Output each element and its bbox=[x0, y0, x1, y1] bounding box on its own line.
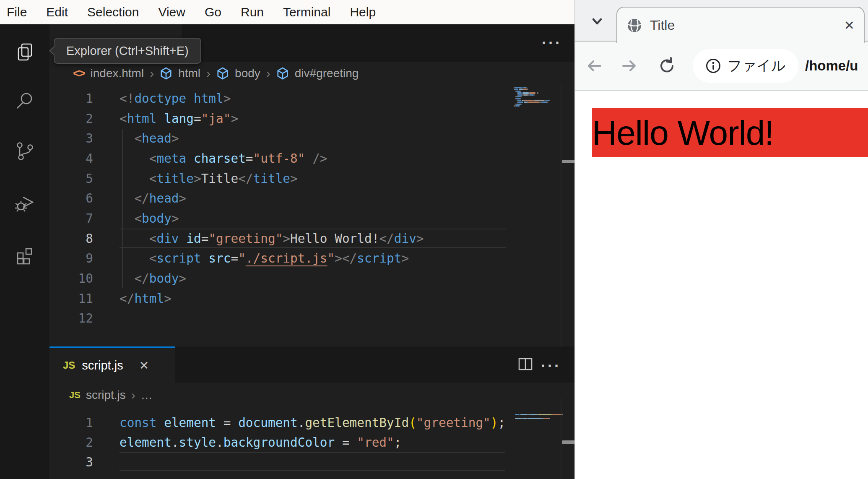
html-code-editor[interactable]: 1<!doctype html>2<html lang="ja">3 <head… bbox=[49, 89, 561, 328]
run-and-debug-icon[interactable] bbox=[15, 193, 35, 213]
chevron-right-icon: › bbox=[150, 66, 154, 81]
info-icon bbox=[705, 58, 721, 74]
editor-actions-more-icon[interactable]: ··· bbox=[542, 34, 562, 52]
menu-view[interactable]: View bbox=[158, 5, 185, 19]
scrollbar-thumb[interactable] bbox=[562, 160, 575, 163]
tab-search-chevron-icon[interactable] bbox=[590, 15, 605, 28]
address-bar-url[interactable]: /home/u bbox=[805, 58, 858, 74]
menu-file[interactable]: File bbox=[7, 5, 27, 19]
chevron-right-icon: › bbox=[206, 66, 211, 81]
tab-script-js[interactable]: JS script.js ✕ bbox=[49, 346, 175, 383]
minimap[interactable] bbox=[514, 86, 561, 109]
greeting-div: Hello World! bbox=[592, 108, 868, 157]
symbol-cube-icon bbox=[216, 67, 229, 80]
editor-scrollbar-track bbox=[561, 85, 561, 346]
editor-actions-more-icon[interactable]: ··· bbox=[541, 357, 561, 375]
search-icon[interactable] bbox=[15, 91, 35, 111]
menu-edit[interactable]: Edit bbox=[46, 5, 68, 19]
browser-tab-strip: Title ✕ bbox=[575, 0, 868, 42]
explorer-tooltip: Explorer (Ctrl+Shift+E) bbox=[54, 38, 201, 64]
menu-go[interactable]: Go bbox=[205, 5, 221, 19]
js-breadcrumb: JS script.js › … bbox=[49, 383, 574, 408]
browser-tab-label: Title bbox=[650, 18, 844, 33]
editor-scrollbar-track bbox=[561, 398, 561, 479]
vscode-menu-bar: File Edit Selection View Go Run Terminal… bbox=[0, 0, 574, 24]
close-tab-icon[interactable]: ✕ bbox=[139, 359, 149, 372]
menu-terminal[interactable]: Terminal bbox=[283, 5, 330, 19]
code-file-icon: <> bbox=[73, 67, 85, 80]
js-file-icon: JS bbox=[69, 390, 81, 401]
reload-icon[interactable] bbox=[658, 57, 676, 75]
tab-script-js-label: script.js bbox=[82, 359, 123, 372]
file-scheme-label: ファイル bbox=[727, 56, 785, 75]
tooltip-arrow bbox=[50, 47, 55, 55]
scrollbar-thumb[interactable] bbox=[562, 440, 575, 444]
globe-icon bbox=[626, 18, 642, 34]
breadcrumb-html[interactable]: html bbox=[178, 67, 200, 80]
back-icon[interactable] bbox=[586, 57, 603, 74]
breadcrumb: <> index.html › html › body › div#greeti… bbox=[49, 62, 574, 85]
split-editor-icon[interactable] bbox=[517, 356, 534, 374]
forward-icon[interactable] bbox=[621, 57, 637, 74]
menu-run[interactable]: Run bbox=[241, 5, 264, 19]
screen: File Edit Selection View Go Run Terminal… bbox=[0, 0, 868, 479]
extensions-icon[interactable] bbox=[15, 245, 35, 265]
symbol-cube-icon bbox=[160, 67, 172, 80]
browser-viewport: Hello World! bbox=[575, 91, 868, 479]
js-code-editor[interactable]: 1const element = document.getElementById… bbox=[49, 413, 507, 472]
js-file-icon: JS bbox=[63, 359, 75, 371]
chevron-right-icon: › bbox=[131, 388, 135, 402]
source-control-icon[interactable] bbox=[15, 141, 35, 161]
indent-guide bbox=[122, 129, 123, 288]
symbol-cube-icon bbox=[276, 67, 289, 80]
browser-window: Title ✕ ファイル /home/u Hello World! bbox=[574, 0, 868, 479]
greeting-text: Hello World! bbox=[592, 113, 774, 153]
chevron-right-icon: › bbox=[266, 66, 270, 81]
breadcrumb-more[interactable]: … bbox=[141, 388, 153, 402]
breadcrumb-file[interactable]: index.html bbox=[91, 67, 144, 80]
file-scheme-chip[interactable]: ファイル bbox=[693, 49, 798, 83]
menu-help[interactable]: Help bbox=[350, 5, 376, 19]
browser-toolbar: ファイル /home/u bbox=[575, 41, 868, 91]
minimap[interactable] bbox=[515, 414, 563, 425]
breadcrumb-file[interactable]: script.js bbox=[86, 388, 126, 402]
activity-bar bbox=[0, 24, 49, 479]
menu-selection[interactable]: Selection bbox=[87, 5, 139, 19]
explorer-icon[interactable] bbox=[15, 42, 35, 62]
browser-tab-title[interactable]: Title ✕ bbox=[616, 7, 865, 43]
close-tab-icon[interactable]: ✕ bbox=[844, 18, 855, 33]
breadcrumb-div-greeting[interactable]: div#greeting bbox=[295, 67, 359, 80]
breadcrumb-body[interactable]: body bbox=[235, 67, 260, 80]
